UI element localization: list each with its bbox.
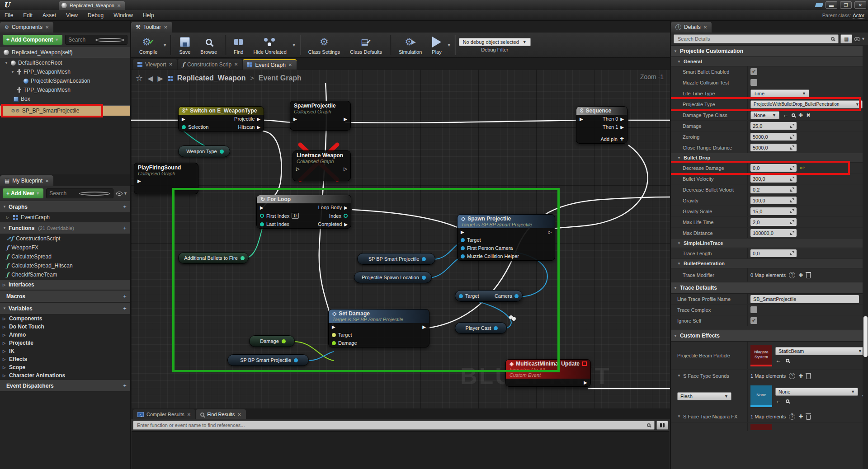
event-details-icon[interactable] [582,361,587,366]
zeroing-input[interactable]: 5000,0 [750,133,797,141]
ignore-self-checkbox[interactable]: ✔ [750,317,757,324]
event-graph-canvas[interactable]: ☆ ◀ ▶ Replicated_Weapon > Event Graph Zo… [131,70,670,408]
forward-arrow-icon[interactable]: ▶ [157,74,163,83]
tab-compiler-results[interactable]: >_Compiler Results✕ [133,409,195,419]
decrease-damage-input[interactable]: 0,0 [750,164,797,172]
node-for-loop[interactable]: ↻For Loop ▶Loop Body▶ First Index0Index … [256,195,351,229]
var-weapon-type[interactable]: Weapon Type [178,145,230,157]
exec-in-pin[interactable]: ▶ [332,324,335,329]
add-graph-icon[interactable]: ＋ [122,203,127,211]
var-projectile-spawn-location[interactable]: Projectile Spawn Location [354,272,432,283]
display-filter-button[interactable]: ▦ [840,34,852,43]
varcat-scope[interactable]: ▷Scope [0,363,130,371]
smart-bullet-checkbox[interactable]: ✔ [750,68,757,75]
node-spawn-projectile[interactable]: ◇Spawn Projectile Target is SP BP Smart … [457,214,555,261]
varcat-do-not-touch[interactable]: ▷Do Not Touch [0,323,130,331]
node-switch-weapontype[interactable]: Ɛ*Switch on E_WeaponType ▶Projectile▶ Se… [178,106,264,131]
class-defaults-button[interactable]: ▤✔ Class Defaults [345,33,387,57]
back-arrow-icon[interactable]: ◀ [147,74,153,83]
hide-unrelated-button[interactable]: Hide Unrelated [249,33,291,57]
parent-class-link[interactable]: Actor [853,13,864,19]
tab-event-graph[interactable]: Event Graph✕ [243,59,297,70]
output-pin[interactable] [282,339,286,343]
varcat-components[interactable]: ▷Components [0,314,130,323]
first-index-pin[interactable] [260,214,264,218]
asset-window-tab[interactable]: Replicated_Weapon ✕ [59,1,125,10]
close-icon[interactable]: ✕ [164,25,167,30]
expand-arrow-icon[interactable]: ▼ [11,70,15,74]
then1-pin[interactable]: ▶ [620,125,624,130]
exec-in-pin[interactable]: ▶ [260,205,264,210]
profile-name-input[interactable]: SB_SmartProjectile [750,295,859,303]
muzzle-collision-helper-pin[interactable] [461,254,465,258]
damage-input[interactable]: 25,0 [750,122,797,130]
target-pin[interactable] [332,333,336,337]
property-visibility-button[interactable]: ▼ [854,37,865,41]
browse-to-icon[interactable] [786,359,789,362]
niagara-thumbnail[interactable]: Niagara System [750,345,772,366]
menu-help[interactable]: Help [143,12,154,19]
tab-construction-script[interactable]: ƒConstruction Scrip✕ [178,59,243,70]
simulation-button[interactable]: ⚙▶ Simulation [394,33,426,57]
tree-item-tpp-weaponmesh[interactable]: TPP_WeaponMesh [0,85,130,94]
tab-find-results[interactable]: Find Results✕ [196,409,246,419]
section-simplelinetrace[interactable]: ▼SimpleLineTrace [671,239,868,248]
reroute-node[interactable] [509,315,515,320]
exec-in-pin[interactable]: ▶ [461,230,464,234]
trace-complex-checkbox[interactable] [750,306,757,313]
hide-unrelated-caret[interactable]: ▼ [292,43,296,47]
add-component-button[interactable]: + Add Component▼ [3,35,62,45]
var-damage[interactable]: Damage [249,335,295,347]
close-button[interactable]: ✕ [854,1,866,9]
max-life-time-input[interactable]: 2,0 [750,218,797,226]
node-playfiringsound[interactable]: PlayFiringSound Collapsed Graph ▶ [134,163,198,194]
visibility-filter-button[interactable]: ▼ [116,191,127,196]
section-trace-defaults[interactable]: ▼Trace Defaults [671,282,868,294]
damage-type-dropdown[interactable]: None▼ [750,111,779,119]
details-body[interactable]: ▼Projectile Customization ▼General Smart… [671,45,868,469]
help-icon[interactable]: ? [789,373,795,379]
exec-out-pin[interactable]: ▶ [257,125,260,130]
item-checkifsameteam[interactable]: ƒCheckIfSameTeam [0,270,130,279]
category-projectile-customization[interactable]: ▼Projectile Customization [671,45,868,57]
close-icon[interactable]: ✕ [45,25,49,30]
output-pin[interactable] [422,276,426,280]
components-search-input[interactable]: Search [65,35,127,45]
node-set-damage[interactable]: ◇Set Damage Target is SP BP Smart Projec… [328,309,429,347]
var-player-cast[interactable]: Player Cast [455,322,507,334]
add-function-icon[interactable]: ＋ [122,224,127,232]
index-pin[interactable] [344,214,348,218]
beam-particle-dropdown[interactable]: StaticBeam▼ [775,347,865,355]
menu-asset[interactable]: Asset [42,12,56,19]
node-multicast-minimal-update[interactable]: ◈MulticastMinimal Update Executes On All… [505,359,591,387]
item-weaponfx[interactable]: ƒWeaponFX [0,243,130,252]
var-sp-bp-smart-projectile[interactable]: SP BP Smart Projectile [357,253,435,265]
trace-length-input[interactable]: 0,0 [750,249,797,257]
browse-to-icon[interactable] [786,399,789,403]
node-spawnprojectile-collapsed[interactable]: SpawnProjectile Collapsed Graph ▶▶ [290,101,351,131]
close-icon[interactable]: ✕ [45,178,49,183]
add-variable-icon[interactable]: ＋ [122,305,127,312]
node-get-camera[interactable]: TargetCamera [455,290,523,302]
add-element-icon[interactable]: ✚ [798,373,803,379]
find-button[interactable]: Find [229,33,248,57]
find-in-blueprints-button[interactable] [656,421,668,430]
section-graphs[interactable]: ▼Graphs＋ [0,201,130,213]
menu-edit[interactable]: Edit [23,12,33,19]
tree-item-projectilespawnlocation[interactable]: ProjectileSpawnLocation [0,76,130,85]
varcat-character-animations[interactable]: ▷Character Animations [0,371,130,380]
menu-window[interactable]: Window [113,12,133,19]
compile-options-caret[interactable]: ▼ [163,43,167,47]
target-pin[interactable] [461,238,465,242]
section-bullet-drop[interactable]: ▼Bullet Drop [671,153,868,163]
exec-in-pin[interactable]: ▶ [137,178,141,183]
exec-in-pin[interactable]: ▶ [580,117,583,122]
niagara-thumbnail-partial[interactable] [750,424,772,430]
exec-out-pin[interactable]: ▶ [257,117,260,122]
output-pin[interactable] [241,256,245,260]
item-eventgraph[interactable]: ▷EventGraph [0,213,130,222]
tutorial-cap-icon[interactable] [815,3,823,7]
tree-item-box[interactable]: Box [0,94,130,103]
varcat-ik[interactable]: ▷IK [0,347,130,355]
exec-out-pin[interactable]: ▶ [344,117,347,122]
